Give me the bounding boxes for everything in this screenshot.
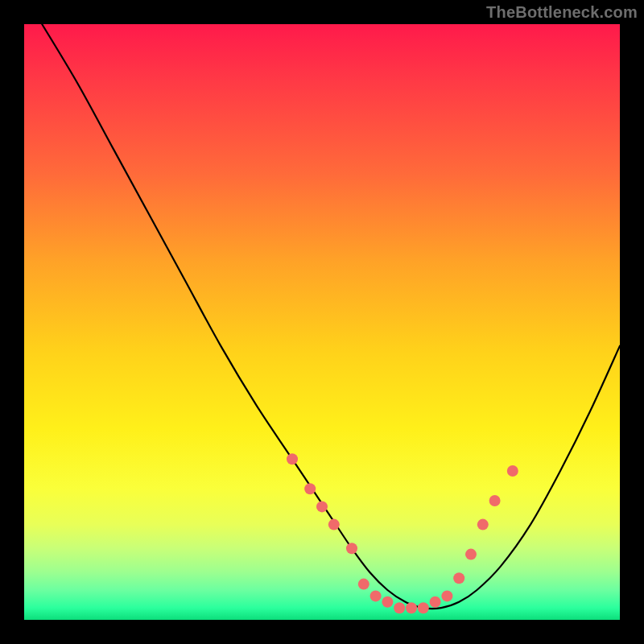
- bottleneck-chart: [0, 0, 644, 644]
- highlight-dot: [489, 495, 501, 506]
- highlight-dot: [358, 579, 369, 590]
- highlight-dot: [394, 602, 405, 613]
- chart-container: TheBottleneck.com: [0, 0, 644, 644]
- highlight-dot: [287, 453, 298, 464]
- highlight-dot: [304, 483, 316, 494]
- highlight-dot: [418, 602, 429, 613]
- highlight-dot: [430, 597, 441, 608]
- highlight-dot: [328, 519, 340, 530]
- highlight-dot: [477, 519, 489, 530]
- highlight-dot: [370, 590, 382, 601]
- highlight-dot: [382, 597, 393, 608]
- highlight-dot: [346, 543, 357, 554]
- highlight-dot: [406, 602, 417, 613]
- highlight-dot: [316, 501, 328, 512]
- highlight-dot: [453, 572, 464, 584]
- plot-background: [24, 24, 620, 620]
- highlight-dot: [441, 590, 452, 601]
- highlight-dot: [507, 465, 518, 477]
- highlight-dot: [465, 549, 477, 560]
